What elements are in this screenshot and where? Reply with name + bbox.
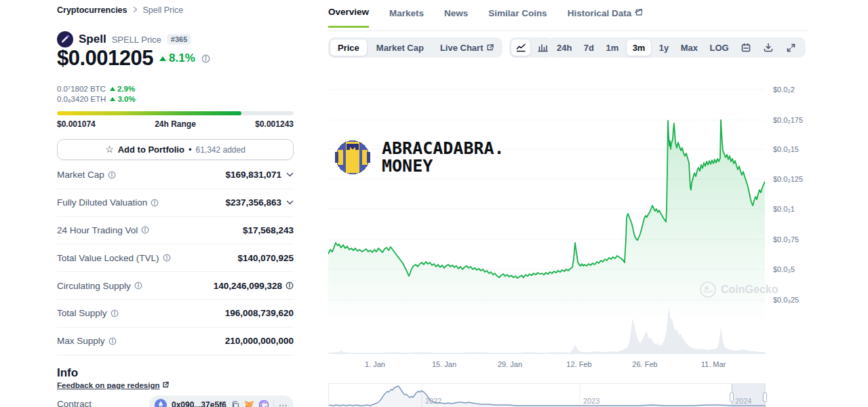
price-in-eth: 0.0₆3420 ETH 3.0% (57, 95, 136, 103)
range-7d-button[interactable]: 7d (579, 39, 599, 56)
navigator-left-handle[interactable] (730, 392, 734, 402)
range-high: $0.001243 (255, 119, 294, 129)
stats-table: Market Cap$169,831,071 Fully Diluted Val… (57, 161, 294, 355)
tab-markets[interactable]: Markets (389, 8, 424, 27)
x-axis-tick: 15. Jan (432, 360, 456, 368)
calendar-icon (741, 43, 751, 52)
price-toggle-button[interactable]: Price (330, 39, 368, 56)
navigator-year-tick: 2023 (583, 397, 599, 405)
up-arrow-icon (110, 97, 115, 101)
current-price: $0.001205 (57, 46, 153, 71)
coin-logo-icon (57, 31, 73, 47)
range-24h-button[interactable]: 24h (552, 39, 576, 56)
navigator-selected-range[interactable] (732, 384, 766, 407)
chevron-down-icon (286, 172, 294, 177)
breadcrumb: Cryptocurrencies Spell Price (57, 5, 183, 15)
stat-row: Fully Diluted Valuation$237,356,863 (57, 189, 294, 217)
stat-row: Market Cap$169,831,071 (57, 161, 294, 189)
info-icon[interactable] (141, 226, 149, 234)
tab-overview[interactable]: Overview (328, 7, 369, 28)
external-link-icon (162, 381, 169, 389)
timeline-navigator[interactable]: 202220232024 (328, 383, 765, 407)
external-link-icon (635, 8, 643, 18)
live-chart-button[interactable]: Live Chart (433, 39, 502, 56)
range-labels: $0.001074 24h Range $0.001243 (57, 119, 294, 129)
y-axis-tick: $0.0₂15 (773, 145, 799, 153)
coingecko-watermark-text: CoinGecko (721, 284, 778, 296)
tab-bar: Overview Markets News Similar Coins Hist… (328, 7, 643, 28)
divider (273, 400, 274, 407)
y-axis-tick: $0.0₂125 (773, 175, 803, 183)
contract-address[interactable]: 0x090...37e5f6 (172, 400, 226, 407)
gecko-icon (700, 282, 716, 298)
contract-label: Contract (57, 399, 92, 407)
x-axis-tick: 26. Feb (632, 360, 657, 368)
info-icon[interactable] (285, 282, 294, 290)
expand-button[interactable] (781, 39, 802, 56)
chevron-right-icon (133, 6, 138, 14)
info-icon[interactable] (108, 337, 117, 345)
coin-page: Cryptocurrencies Spell Price Spell SPELL… (0, 0, 868, 407)
x-axis-tick: 1. Jan (365, 360, 385, 368)
log-scale-button[interactable]: LOG (705, 39, 733, 56)
metamask-icon[interactable] (244, 400, 254, 407)
y-axis-tick: $0.0₂1 (773, 205, 795, 213)
coin-header: Spell SPELL Price #365 (57, 31, 191, 47)
navigator-year-tick: 2022 (425, 397, 441, 405)
x-axis-labels: 1. Jan15. Jan29. Jan12. Feb26. Feb11. Ma… (328, 360, 765, 371)
info-icon[interactable] (108, 171, 116, 179)
add-to-portfolio-button[interactable]: ☆ Add to Portfolio • 61,342 added (57, 139, 294, 160)
info-section-heading: Info (57, 366, 78, 380)
tab-similar-coins[interactable]: Similar Coins (488, 8, 547, 27)
breadcrumb-root-link[interactable]: Cryptocurrencies (57, 5, 127, 15)
copy-icon[interactable] (231, 401, 239, 407)
info-icon[interactable] (163, 254, 171, 262)
stat-row: 24 Hour Trading Vol$17,568,243 (57, 217, 294, 245)
y-axis-tick: $0.0₂2 (773, 85, 795, 94)
download-button[interactable] (758, 39, 778, 56)
x-axis-tick: 29. Jan (498, 360, 522, 368)
range-3m-button[interactable]: 3m (626, 39, 652, 56)
wallet-swirl-icon[interactable] (259, 400, 269, 407)
info-icon[interactable] (201, 54, 210, 63)
info-icon[interactable] (111, 309, 119, 317)
bullet: • (189, 144, 192, 155)
bar-chart-icon (538, 43, 548, 52)
more-options-button[interactable]: ⋯ (279, 400, 288, 407)
coin-symbol-label: SPELL Price (112, 35, 161, 45)
abracadabra-watermark-text: ABRACADABRA. MONEY (382, 140, 505, 175)
coingecko-watermark: CoinGecko (700, 282, 778, 298)
y-axis-tick: $0.0₃75 (773, 235, 799, 244)
info-icon[interactable] (134, 282, 142, 290)
tab-historical-data[interactable]: Historical Data (568, 8, 644, 27)
stat-row: Total Value Locked (TVL)$140,070,925 (57, 244, 294, 272)
range-1y-button[interactable]: 1y (654, 39, 673, 56)
chevron-down-icon (286, 200, 294, 205)
price-chart[interactable] (328, 75, 765, 360)
contract-pill: 0x090...37e5f6 ⋯ (149, 395, 294, 407)
expand-icon (787, 43, 795, 52)
rank-badge: #365 (167, 34, 191, 45)
metric-toggle-group: Price Market Cap Live Chart (328, 37, 502, 58)
range-bar-24h (57, 111, 294, 115)
line-chart-button[interactable] (511, 39, 531, 56)
navigator-chart (329, 384, 766, 407)
range-label: 24h Range (155, 119, 196, 129)
range-max-button[interactable]: Max (676, 39, 703, 56)
coin-name: Spell (79, 33, 106, 46)
breadcrumb-current: Spell Price (143, 5, 184, 15)
calendar-button[interactable] (736, 39, 756, 56)
y-axis-tick: $0.0₃5 (773, 265, 795, 273)
range-1m-button[interactable]: 1m (601, 39, 623, 56)
star-icon: ☆ (105, 144, 114, 155)
abracadabra-logo-icon (335, 140, 370, 175)
navigator-right-handle[interactable] (763, 392, 767, 402)
stat-row: Max Supply210,000,000,000 (57, 328, 294, 355)
tab-news[interactable]: News (444, 8, 468, 27)
market-cap-toggle-button[interactable]: Market Cap (369, 39, 431, 56)
price-row: $0.001205 8.1% (57, 46, 210, 71)
feedback-link[interactable]: Feedback on page redesign (57, 381, 169, 389)
line-chart-icon (516, 43, 526, 52)
info-icon[interactable] (151, 199, 159, 207)
portfolio-added-count: 61,342 added (195, 145, 245, 155)
